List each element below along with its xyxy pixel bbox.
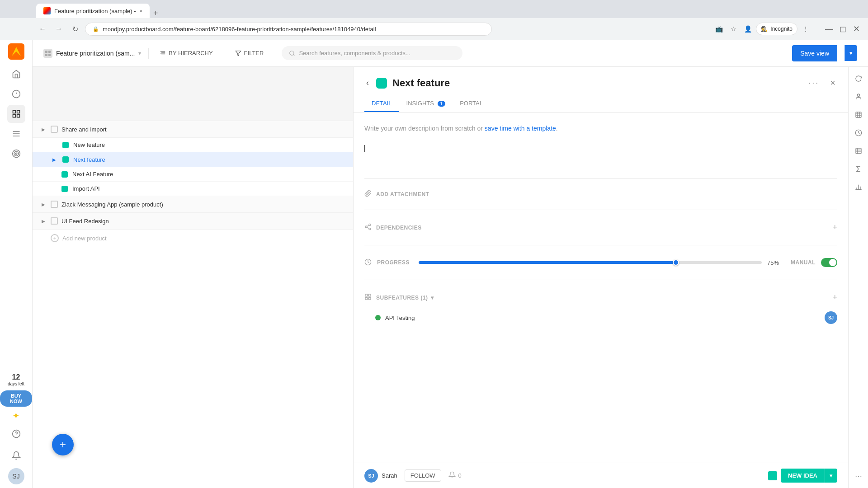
svg-rect-7 (17, 111, 19, 113)
tab-detail[interactable]: DETAIL (364, 95, 399, 112)
svg-rect-37 (368, 298, 371, 300)
right-icon-chart[interactable] (850, 107, 867, 123)
user-info: SJ Sarah (364, 469, 397, 483)
subfeatures-label: SUBFEATURES (1) ▾ (376, 295, 828, 301)
dependencies-icon (364, 223, 372, 232)
sidebar-item-objectives[interactable] (7, 145, 25, 163)
active-tab[interactable]: Feature prioritization (sample) - × (36, 4, 150, 18)
empty-area (33, 67, 353, 121)
share-import-section[interactable]: ▶ Share and import (33, 121, 353, 138)
zlack-section[interactable]: ▶ Zlack Messaging App (sample product) (33, 196, 353, 213)
detail-content: Write your own description from scratch … (354, 113, 848, 463)
url-text: moodjoy.productboard.com/feature-board/6… (103, 26, 376, 33)
next-ai-feature-row[interactable]: Next AI Feature (33, 167, 353, 182)
svg-marker-26 (236, 51, 241, 56)
right-icon-more[interactable]: ⋯ (850, 468, 867, 484)
new-idea-dropdown-btn[interactable]: ▾ (825, 469, 837, 483)
save-view-dropdown-btn[interactable]: ▾ (844, 45, 857, 61)
divider-4 (364, 280, 837, 280)
minimize-btn[interactable]: — (823, 23, 835, 35)
next-feature-row[interactable]: ▶ Next feature (33, 152, 353, 167)
add-dependency-btn[interactable]: + (832, 223, 837, 232)
sidebar-item-roadmap[interactable] (7, 125, 25, 143)
description-area[interactable]: Write your own description from scratch … (364, 123, 837, 133)
close-window-btn[interactable]: ✕ (850, 23, 863, 35)
right-icon-bar-chart[interactable] (850, 179, 867, 195)
more-btn[interactable]: ⋮ (799, 23, 812, 35)
new-tab-btn[interactable]: + (150, 9, 162, 18)
dependencies-row[interactable]: DEPENDENCIES + (364, 217, 837, 238)
follow-btn[interactable]: FOLLOW (405, 469, 441, 482)
bookmark-btn[interactable]: ☆ (727, 23, 740, 35)
expand-next-btn[interactable]: ▶ (51, 156, 58, 163)
detail-menu-btn[interactable]: ··· (805, 76, 823, 89)
ui-feed-label: UI Feed Redesign (61, 218, 346, 225)
filter-btn[interactable]: FILTER (231, 48, 268, 58)
ui-feed-section[interactable]: ▶ UI Feed Redesign (33, 213, 353, 230)
next-feature-dot (62, 156, 69, 163)
expand-ui-feed-btn[interactable]: ▶ (40, 217, 47, 225)
manual-toggle[interactable] (821, 258, 837, 267)
progress-icon (364, 258, 372, 267)
detail-close-btn[interactable]: × (828, 76, 837, 90)
new-idea-main-btn[interactable]: NEW IDEA (781, 469, 825, 483)
detail-back-btn[interactable]: ‹ (364, 76, 371, 89)
add-attachment-row[interactable]: ADD ATTACHMENT (364, 186, 837, 202)
tab-title: Feature prioritization (sample) - (54, 8, 136, 14)
back-nav-btn[interactable]: ← (36, 23, 49, 35)
right-icon-sigma[interactable] (850, 161, 867, 177)
svg-rect-6 (13, 111, 15, 113)
subfeature-item[interactable]: API Testing SJ (364, 308, 837, 328)
workspace-name-label: Feature prioritization (sam... (56, 50, 135, 57)
detail-header: ‹ Next feature ··· × (354, 67, 848, 90)
maximize-btn[interactable]: ◻ (836, 23, 849, 35)
template-link[interactable]: save time with a template (485, 125, 556, 132)
ui-feed-icon (51, 217, 58, 225)
expand-share-btn[interactable]: ▶ (40, 126, 47, 133)
app-logo[interactable] (8, 43, 24, 60)
new-feature-row[interactable]: New feature (33, 138, 353, 152)
lock-icon: 🔒 (93, 26, 99, 32)
search-bar[interactable]: Search features, components & products..… (282, 46, 462, 60)
right-icon-table[interactable] (850, 143, 867, 159)
add-subfeature-btn[interactable]: + (832, 293, 837, 302)
right-icon-refresh[interactable] (850, 70, 867, 87)
sidebar-item-insights[interactable] (7, 85, 25, 103)
address-bar[interactable]: 🔒 moodjoy.productboard.com/feature-board… (85, 23, 492, 36)
incognito-btn[interactable]: 🕵 Incognito (756, 23, 797, 35)
divider-2 (364, 210, 837, 210)
add-product-row[interactable]: + Add new product (33, 230, 353, 247)
tab-portal[interactable]: PORTAL (453, 95, 490, 112)
sidebar-item-home[interactable] (7, 65, 25, 83)
right-icon-user[interactable] (850, 89, 867, 105)
progress-bar[interactable] (419, 261, 762, 264)
new-idea-color-swatch[interactable] (768, 471, 777, 480)
sidebar-item-features[interactable] (7, 105, 25, 123)
reload-btn[interactable]: ↻ (69, 23, 81, 35)
import-api-row[interactable]: Import API (33, 182, 353, 196)
expand-zlack-btn[interactable]: ▶ (40, 201, 47, 208)
forward-nav-btn[interactable]: → (52, 23, 65, 35)
add-product-label: Add new product (62, 235, 107, 242)
user-avatar[interactable]: SJ (8, 468, 24, 484)
save-view-btn[interactable]: Save view (792, 45, 837, 61)
hierarchy-btn[interactable]: BY HIERARCHY (156, 48, 216, 58)
buy-now-button[interactable]: BUY NOW (0, 390, 32, 407)
import-api-dot (61, 186, 68, 192)
svg-line-32 (367, 227, 369, 229)
next-feature-label: Next feature (73, 156, 105, 163)
profile-btn[interactable]: 👤 (741, 23, 754, 35)
fab-add-btn[interactable]: + (52, 434, 74, 455)
sidebar-item-notifications[interactable] (7, 446, 25, 465)
svg-point-31 (369, 228, 371, 230)
progress-row: PROGRESS 75% MANUAL (364, 253, 837, 272)
right-icon-clock[interactable] (850, 125, 867, 141)
tab-close-btn[interactable]: × (140, 8, 142, 14)
days-left-label: days left (8, 381, 24, 387)
cast-btn[interactable]: 📺 (712, 23, 725, 35)
add-attachment-label: ADD ATTACHMENT (376, 191, 429, 197)
sidebar-item-help[interactable] (7, 425, 25, 443)
workspace-selector[interactable]: Feature prioritization (sam... ▾ (43, 49, 141, 58)
cursor-area[interactable] (364, 144, 837, 171)
tab-insights[interactable]: INSIGHTS 1 (399, 95, 453, 112)
